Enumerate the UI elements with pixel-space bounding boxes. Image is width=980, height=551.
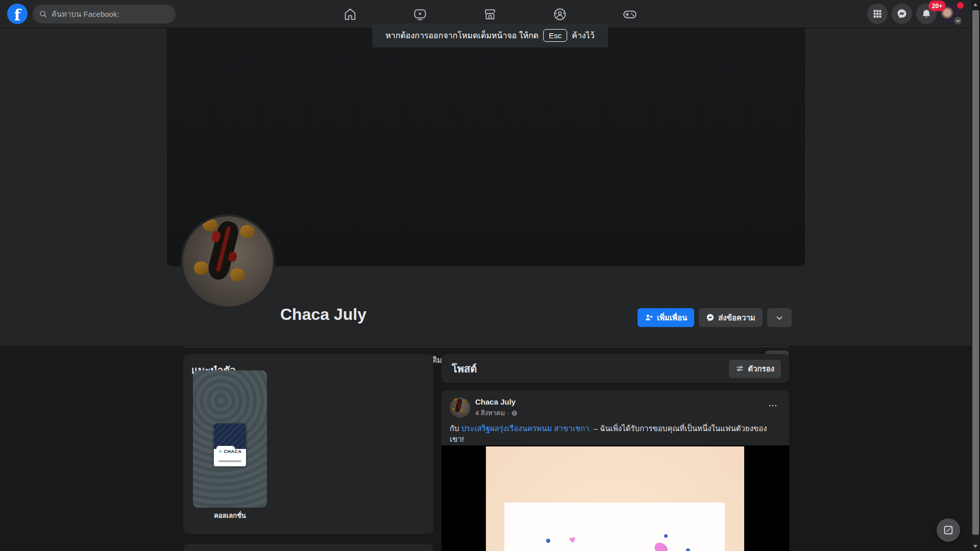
post-options-button[interactable] <box>765 397 781 414</box>
compose-post-fab[interactable] <box>937 518 960 542</box>
marketplace-icon <box>483 7 497 21</box>
intro-card: แนะนำตัว ✳ CHACA คอลเลกชั่น <box>183 354 433 534</box>
chevron-down-icon <box>775 314 783 322</box>
posts-section-title: โพสต์ <box>452 361 477 377</box>
messenger-button[interactable] <box>892 4 912 24</box>
account-alert-dot <box>957 2 964 9</box>
post-date[interactable]: 4 สิงหาคม <box>475 408 505 418</box>
collection-thumbnail[interactable]: ✳ CHACA <box>193 370 267 508</box>
account-chevron-icon <box>953 16 963 26</box>
apps-grid-icon <box>872 9 883 19</box>
groups-icon <box>553 7 567 21</box>
posts-filter-button[interactable]: ตัวกรอง <box>729 360 781 378</box>
search-input[interactable] <box>52 10 164 18</box>
post: Chaca July 4 สิงหาคม · กับ ประเสริฐผลรุ่… <box>442 390 789 551</box>
gaming-icon <box>622 7 638 22</box>
collection-mini-cover <box>214 423 246 449</box>
more-actions-chevron-button[interactable] <box>767 308 792 327</box>
globe-privacy-icon <box>511 410 518 416</box>
tagged-page-link[interactable]: ประเสริฐผลรุ่งเรืองนครพนม สาขาเชกา. <box>461 424 592 433</box>
profile-header-section: Chaca July เพิ่มเพื่อน ส่งข้อความ โพสต์ … <box>0 28 971 345</box>
page-scrollbar[interactable] <box>971 0 980 551</box>
home-icon <box>343 7 357 21</box>
profile-picture[interactable] <box>183 216 273 307</box>
post-image[interactable]: ♥ <box>442 445 789 551</box>
edit-pencil-icon <box>943 524 954 536</box>
person-plus-icon <box>645 313 653 322</box>
posts-section-header: โพสต์ ตัวกรอง <box>442 354 789 383</box>
scrollbar-up-arrow[interactable] <box>973 3 977 6</box>
send-message-button[interactable]: ส่งข้อความ <box>699 308 763 327</box>
post-header: Chaca July 4 สิงหาคม · <box>450 397 781 418</box>
profile-action-buttons: เพิ่มเพื่อน ส่งข้อความ <box>638 308 792 327</box>
add-friend-button[interactable]: เพิ่มเพื่อน <box>638 308 694 327</box>
collection-brand: CHACA <box>224 449 242 454</box>
collection-mini-subtext <box>218 460 241 462</box>
scrollbar-down-arrow[interactable] <box>973 545 977 548</box>
facebook-logo[interactable]: f <box>7 4 28 24</box>
three-dots-icon <box>768 400 778 411</box>
search-icon <box>39 10 47 18</box>
next-card-partial <box>183 544 433 551</box>
post-author-name[interactable]: Chaca July <box>475 397 518 406</box>
filter-sliders-icon <box>736 364 744 373</box>
collection-mini-card: ✳ CHACA <box>214 423 246 466</box>
collection-caption: คอลเลกชั่น <box>193 510 267 521</box>
fullscreen-exit-banner: หากต้องการออกจากโหมดเต็มหน้าจอ ให้กด Esc… <box>372 23 608 47</box>
post-author-avatar[interactable] <box>450 397 470 418</box>
nav-right-controls <box>867 4 961 24</box>
profile-name: Chaca July <box>280 305 366 324</box>
messenger-icon <box>706 313 715 322</box>
brand-star-icon: ✳ <box>218 449 222 454</box>
apps-menu-button[interactable] <box>867 4 888 24</box>
search-bar[interactable] <box>33 5 176 23</box>
profile-picture-kart-image <box>190 216 256 287</box>
esc-key-label: Esc <box>543 29 567 42</box>
notification-count-badge: 20+ <box>928 1 946 11</box>
tabs-divider <box>183 346 789 347</box>
messenger-icon <box>896 8 908 19</box>
scrollbar-thumb[interactable] <box>972 10 979 535</box>
watch-video-icon <box>413 7 427 21</box>
cover-photo[interactable] <box>167 28 805 266</box>
